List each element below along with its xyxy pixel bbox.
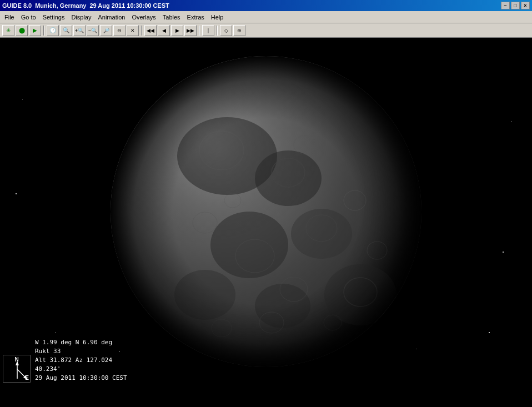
app-title: GUIDE 8.0 [2,2,32,9]
field-line: 40.234' [35,365,127,374]
main-view: N E W 1.99 deg N 6.90 deg Rukl 33 Alt 31… [0,38,532,385]
bottom-overlay: N E W 1.99 deg N 6.90 deg Rukl 33 Alt 31… [0,335,532,385]
minimize-button[interactable]: − [501,2,510,9]
svg-marker-25 [16,361,19,365]
menu-extras[interactable]: Extras [184,13,208,22]
menu-display[interactable]: Display [68,13,94,22]
toolbar-btn-zoom-in-3[interactable]: 🔎 [100,25,112,36]
star-8 [56,332,56,333]
moon-sphere [111,56,421,367]
toolbar-btn-clock[interactable]: 🕐 [47,25,59,36]
location-text: Munich, Germany [35,2,86,9]
close-button[interactable]: × [521,2,530,9]
toolbar-btn-zoom-out-1[interactable]: −🔍 [87,25,99,36]
toolbar-btn-asterisk[interactable]: ✳ [2,25,14,36]
toolbar-btn-circle-green[interactable]: ⬤ [16,25,28,36]
coordinates-line: W 1.99 deg N 6.90 deg [35,338,127,347]
toolbar-sep-3 [199,26,200,36]
menu-bar: File Go to Settings Display Animation Ov… [0,11,532,23]
compass-box: N E [3,355,31,383]
star-5 [511,121,511,122]
toolbar-btn-prev-fast[interactable]: ◀◀ [144,25,157,36]
star-6 [22,99,23,99]
toolbar-sep-2 [141,26,142,36]
maximize-button[interactable]: □ [511,2,520,9]
toolbar: ✳ ⬤ ▶ 🕐 🔍 +🔍 −🔍 🔎 ⊖ ✕ ◀◀ ◀ ▶ ▶▶ | ◇ ⊕ [0,23,532,38]
star-2 [503,252,504,253]
toolbar-btn-bar[interactable]: | [202,25,214,36]
menu-overlays[interactable]: Overlays [128,13,159,22]
menu-settings[interactable]: Settings [39,13,68,22]
status-info: W 1.99 deg N 6.90 deg Rukl 33 Alt 31.872… [35,338,127,383]
status-datetime-line: 29 Aug 2011 10:30:00 CEST [35,374,127,383]
menu-file[interactable]: File [1,13,18,22]
moon-craters [111,56,421,367]
datetime-text: 29 Aug 2011 10:30:00 CEST [89,2,169,9]
svg-point-22 [111,56,421,367]
toolbar-btn-next-fast[interactable]: ▶▶ [184,25,197,36]
toolbar-btn-zoom-out-2[interactable]: ⊖ [113,25,126,36]
title-bar-text: GUIDE 8.0 Munich, Germany 29 Aug 2011 10… [2,2,169,9]
toolbar-sep-1 [43,26,44,36]
menu-help[interactable]: Help [208,13,227,22]
toolbar-btn-prev[interactable]: ◀ [158,25,170,36]
title-bar: GUIDE 8.0 Munich, Germany 29 Aug 2011 10… [0,0,532,11]
toolbar-btn-diamond[interactable]: ◇ [220,25,232,36]
toolbar-sep-4 [217,26,218,36]
toolbar-btn-next[interactable]: ▶ [171,25,183,36]
rukl-line: Rukl 33 [35,347,127,356]
toolbar-btn-crosshair[interactable]: ✕ [127,25,139,36]
toolbar-btn-zoom-in-2[interactable]: +🔍 [73,25,86,36]
toolbar-btn-plus-circle[interactable]: ⊕ [233,25,245,36]
star-1 [16,193,17,194]
toolbar-btn-zoom-in-1[interactable]: 🔍 [60,25,72,36]
menu-animation[interactable]: Animation [94,13,128,22]
star-7 [489,332,490,333]
toolbar-btn-play[interactable]: ▶ [29,25,41,36]
moon-image [111,56,421,367]
compass-arrows [3,355,31,383]
alt-az-line: Alt 31.872 Az 127.024 [35,356,127,365]
menu-tables[interactable]: Tables [159,13,184,22]
menu-goto[interactable]: Go to [18,13,39,22]
title-bar-controls: − □ × [501,2,530,9]
